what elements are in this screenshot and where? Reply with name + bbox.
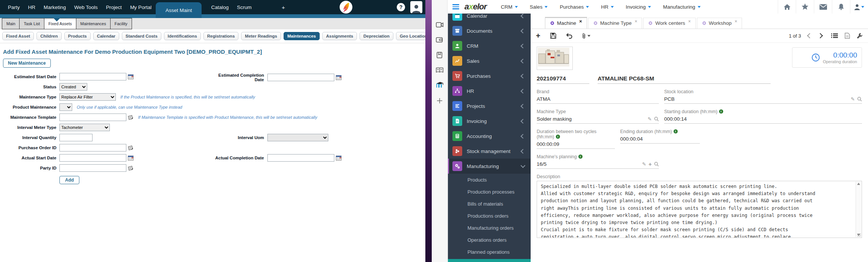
back-icon[interactable] bbox=[566, 33, 572, 39]
appnav-party[interactable]: Party bbox=[4, 5, 24, 10]
user-menu-icon[interactable] bbox=[850, 0, 868, 14]
subnav-registrations[interactable]: Registrations bbox=[203, 32, 239, 40]
user-avatar[interactable] bbox=[410, 1, 422, 13]
moodle-icon[interactable] bbox=[436, 82, 444, 88]
starting-duration-value[interactable]: 000:00:14 bbox=[664, 116, 687, 122]
sidebar-item-projects[interactable]: Projects bbox=[448, 98, 531, 114]
appnav-project[interactable]: Project bbox=[102, 5, 126, 10]
machine-type-value[interactable]: Solder masking bbox=[537, 116, 572, 122]
favorites-star-icon[interactable] bbox=[796, 0, 814, 14]
mail-icon[interactable] bbox=[814, 0, 832, 14]
menu-hr[interactable]: HR bbox=[601, 4, 614, 10]
subnav-children[interactable]: Children bbox=[36, 32, 62, 40]
machines-planning-value[interactable]: 16/5 bbox=[537, 161, 546, 167]
calendar-icon[interactable] bbox=[128, 74, 134, 79]
sidebar-item-calendar[interactable]: Calendar bbox=[448, 14, 531, 23]
add-panel-icon[interactable] bbox=[436, 97, 443, 104]
edit-pencil-icon[interactable]: ✎ bbox=[648, 116, 652, 122]
subnav-fixed-asset[interactable]: Fixed Asset bbox=[2, 32, 34, 40]
sidebar-item-invoicing[interactable]: Invoicing bbox=[448, 114, 531, 129]
actual-start-date-input[interactable] bbox=[59, 154, 126, 162]
bookmark-book-icon[interactable] bbox=[436, 52, 443, 58]
estimated-start-date-input[interactable] bbox=[59, 73, 126, 80]
menu-invoicing[interactable]: Invoicing bbox=[626, 4, 651, 10]
appnav-hr[interactable]: HR bbox=[24, 5, 40, 10]
search-icon[interactable] bbox=[654, 117, 659, 121]
sidebar-sub-products[interactable]: Products bbox=[448, 174, 531, 186]
machine-name-field[interactable]: ATMALINE PC68-SM bbox=[598, 75, 771, 84]
appnav-marketing[interactable]: Marketing bbox=[39, 5, 70, 10]
tab-work-centers[interactable]: Work centers× bbox=[643, 18, 695, 29]
sidebar-item-stock-management[interactable]: Stock management bbox=[448, 144, 531, 159]
subnav-meter-readings[interactable]: Meter Readings bbox=[241, 32, 281, 40]
list-view-icon[interactable] bbox=[831, 33, 838, 38]
estimated-completion-date-input[interactable] bbox=[267, 74, 334, 81]
sidebar-item-sales[interactable]: Sales bbox=[448, 53, 531, 68]
sidebar-item-hr[interactable]: HR bbox=[448, 83, 531, 98]
sidebar-sub-operations-orders[interactable]: Operations orders bbox=[448, 234, 531, 246]
subnav-maintenances[interactable]: Maintenances bbox=[284, 32, 320, 40]
tab-maintenances[interactable]: Maintenances bbox=[76, 18, 111, 29]
actual-completion-date-input[interactable] bbox=[267, 154, 334, 162]
sidebar-sub-production-processes[interactable]: Production processes bbox=[448, 186, 531, 198]
sidebar-item-purchases[interactable]: Purchases bbox=[448, 68, 531, 83]
tab-machine[interactable]: Machine× bbox=[545, 17, 587, 29]
party-id-input[interactable] bbox=[59, 164, 126, 172]
edit-pencil-icon[interactable]: ✎ bbox=[851, 96, 855, 102]
sidebar-item-crm[interactable]: CRM bbox=[448, 38, 531, 53]
appnav-assetmaint-active[interactable]: Asset Maint bbox=[156, 2, 202, 18]
tab-task-list[interactable]: Task List bbox=[19, 18, 44, 29]
menu-sales[interactable]: Sales bbox=[530, 4, 548, 10]
lookup-icon[interactable] bbox=[128, 145, 134, 151]
sidebar-sub-bills-of-materials[interactable]: Bills of materials bbox=[448, 198, 531, 210]
next-record-icon[interactable] bbox=[818, 33, 823, 38]
search-icon[interactable] bbox=[857, 97, 862, 101]
interval-uom-select[interactable] bbox=[267, 134, 328, 141]
sidebar-sub-manufacturing-orders[interactable]: Manufacturing orders bbox=[448, 222, 531, 234]
save-icon[interactable] bbox=[550, 33, 556, 39]
sidebar-item-manufacturing[interactable]: Manufacturing bbox=[448, 159, 531, 174]
subnav-depreciation[interactable]: Depreciation bbox=[360, 32, 393, 40]
help-icon[interactable]: ? bbox=[397, 3, 405, 11]
machine-code-field[interactable]: 202109774 bbox=[537, 75, 589, 84]
tab-workshop[interactable]: Workshop× bbox=[697, 18, 742, 29]
notifications-bell-icon[interactable] bbox=[832, 0, 850, 14]
close-icon[interactable]: × bbox=[688, 19, 691, 24]
resize-grip[interactable] bbox=[857, 233, 861, 237]
tab-machine-type[interactable]: Machine Type× bbox=[588, 18, 642, 29]
ending-duration-value[interactable]: 000:00:04 bbox=[620, 136, 643, 142]
interval-meter-type-select[interactable]: Tachometer bbox=[59, 124, 110, 131]
sidebar-item-accounting[interactable]: Accounting bbox=[448, 129, 531, 144]
tab-main[interactable]: Main bbox=[2, 18, 20, 29]
scroll-up-icon[interactable] bbox=[857, 183, 860, 185]
home-icon[interactable] bbox=[778, 0, 796, 14]
menu-purchases[interactable]: Purchases bbox=[560, 4, 589, 10]
close-icon[interactable]: × bbox=[579, 18, 582, 24]
tab-facility[interactable]: Facility bbox=[110, 18, 132, 29]
appnav-myportal[interactable]: My Portal bbox=[126, 5, 156, 10]
brand-value[interactable]: ATMA bbox=[537, 96, 551, 102]
scrollbar[interactable] bbox=[856, 182, 861, 237]
calendar-icon[interactable] bbox=[128, 155, 134, 161]
new-maintenance-button[interactable]: New Maintenance bbox=[3, 59, 51, 68]
product-maintenance-select[interactable] bbox=[59, 103, 72, 111]
sidebar-sub-productions-orders[interactable]: Productions orders bbox=[448, 210, 531, 222]
description-textarea[interactable]: Specialized in multi-layer double sided … bbox=[537, 181, 862, 238]
sidebar-item-documents[interactable]: Documents bbox=[448, 23, 531, 38]
axelor-logo[interactable]: axelor bbox=[464, 2, 487, 12]
subnav-identifications[interactable]: Identifications bbox=[164, 32, 201, 40]
interval-quantity-input[interactable] bbox=[59, 134, 93, 141]
lookup-icon[interactable] bbox=[128, 165, 134, 171]
stock-location-value[interactable]: PCB bbox=[664, 96, 675, 102]
close-icon[interactable]: × bbox=[734, 19, 737, 24]
form-view-icon[interactable] bbox=[845, 33, 850, 39]
calendar-icon[interactable] bbox=[336, 155, 341, 161]
maintenance-type-select[interactable]: Replace Air Filter bbox=[59, 93, 116, 101]
attachment-icon[interactable] bbox=[582, 33, 590, 39]
open-book-icon[interactable] bbox=[436, 67, 443, 73]
status-select[interactable]: Created bbox=[59, 83, 87, 91]
purchase-order-id-input[interactable] bbox=[59, 144, 126, 151]
sidebar-sub-planned-operations[interactable]: Planned operations bbox=[448, 246, 531, 258]
menu-crm[interactable]: CRM bbox=[501, 4, 518, 10]
search-icon[interactable] bbox=[654, 162, 659, 167]
